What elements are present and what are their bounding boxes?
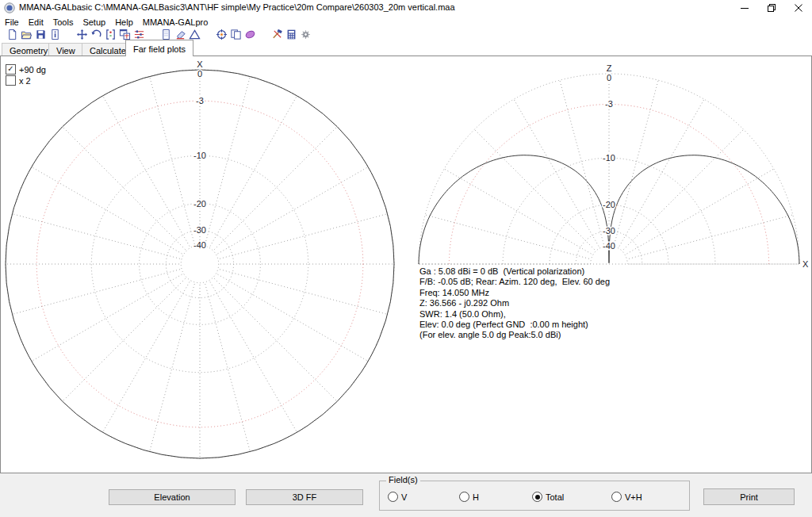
tab-view[interactable]: View [48, 43, 83, 56]
radio-total[interactable]: Total [532, 492, 564, 502]
radio-label: V [401, 492, 407, 502]
elevation-polar-chart: 0-3-10-20-30-40ZX [419, 63, 809, 269]
ring-db-label: -10 [193, 151, 206, 160]
wire-edit-icon[interactable] [103, 29, 117, 41]
stats-line: (For elev. angle 5.0 dg Peak:5.0 dBi) [419, 330, 610, 340]
rotate-icon[interactable] [89, 29, 103, 41]
restore-button[interactable] [758, 0, 785, 16]
menu-mmana-galpro[interactable]: MMANA-GALpro [143, 17, 215, 27]
far-field-plot-panel: 0-3-10-20-30-40XY0-3-10-20-30-40ZX ✓+90 … [0, 56, 812, 473]
radio-circle[interactable] [388, 492, 398, 502]
ring-db-label: -40 [193, 240, 206, 250]
radio-h[interactable]: H [459, 492, 479, 502]
tools-icon[interactable] [270, 29, 284, 41]
stats-line: Z: 36.566 - j0.292 Ohm [419, 298, 610, 308]
move-icon[interactable] [75, 29, 89, 41]
gear-icon[interactable] [298, 29, 312, 41]
stats-line: Elev: 0.0 deg (Perfect GND :0.00 m heigh… [419, 320, 610, 330]
radio-circle[interactable] [532, 492, 542, 502]
radio-label: H [473, 492, 479, 502]
stats-line: F/B: -0.05 dB; Rear: Azim. 120 deg, Elev… [419, 277, 610, 287]
toolbar-group [5, 29, 62, 41]
radio-label: Total [546, 492, 564, 502]
elevation-pattern-lobe-right [609, 155, 799, 264]
toolbar-group [270, 29, 312, 41]
plot-ellipse-icon[interactable] [243, 29, 257, 41]
ring-db-label: -30 [603, 226, 615, 236]
axis-label-z: Z [607, 63, 612, 73]
save-icon[interactable] [33, 29, 48, 41]
new-file-icon[interactable] [5, 29, 19, 41]
radio-circle[interactable] [611, 492, 622, 502]
fields-groupbox-label: Field(s) [386, 475, 420, 484]
radio-v-h[interactable]: V+H [611, 492, 642, 502]
radio-label: V+H [625, 492, 642, 502]
ring-db-label: 0 [197, 69, 202, 79]
menu-edit[interactable]: Edit [29, 17, 50, 27]
tab-far-field-plots[interactable]: Far field plots [125, 40, 193, 56]
menu-help[interactable]: Help [115, 17, 140, 27]
ring-db-label: -20 [193, 199, 206, 209]
elevation-pattern-lobe-left [419, 155, 609, 264]
axis-label-x: X [197, 59, 203, 69]
ring-db-label: -40 [603, 241, 615, 251]
axis-label-y: Y [1, 259, 2, 269]
stats-line: Freq: 14.050 MHz [419, 288, 610, 298]
stats-line: SWR: 1.4 (50.0 Ohm), [419, 309, 610, 320]
fields-groupbox: Field(s) VHTotalV+H [379, 481, 690, 511]
far-field-charts: 0-3-10-20-30-40XY0-3-10-20-30-40ZX [1, 56, 810, 471]
menu-tools[interactable]: Tools [53, 17, 80, 27]
radio-v[interactable]: V [388, 492, 407, 502]
title-bar: MMANA-GALbasic C:\MMANA-GALBasic3\ANT\HF… [0, 0, 812, 16]
3d-ff-button[interactable]: 3D FF [246, 489, 363, 505]
ring-db-label: 0 [607, 73, 611, 82]
menu-setup[interactable]: Setup [82, 17, 112, 27]
radio-circle[interactable] [459, 492, 469, 502]
ring-db-label: -3 [196, 96, 204, 105]
tab-bar: GeometryViewCalculateFar field plots [0, 41, 812, 56]
open-file-icon[interactable] [19, 29, 33, 41]
minimize-button[interactable] [731, 0, 758, 16]
checkbox-x-2[interactable] [6, 75, 16, 86]
menu-bar: FileEditToolsSetupHelpMMANA-GALpro [0, 16, 812, 28]
ring-db-label: -10 [603, 153, 615, 163]
elevation-button[interactable]: Elevation [109, 489, 236, 505]
target-icon[interactable] [214, 29, 228, 41]
info-icon[interactable] [48, 29, 62, 41]
azimuth-polar-chart: 0-3-10-20-30-40XY [1, 59, 394, 458]
axis-label-x: X [802, 259, 809, 269]
window-title: MMANA-GALbasic C:\MMANA-GALBasic3\ANT\HF… [19, 2, 455, 12]
calculator-icon[interactable] [284, 29, 298, 41]
antenna-stats: Ga : 5.08 dBi = 0 dB (Vertical polarizat… [419, 266, 610, 341]
checkbox-label: +90 dg [19, 65, 46, 75]
checkbox-row: x 2 [6, 75, 31, 86]
app-logo-icon [4, 2, 15, 13]
toolbar [0, 28, 812, 41]
window-controls [731, 0, 812, 16]
ring-db-label: -20 [603, 200, 615, 209]
ring-db-label: -30 [193, 225, 206, 235]
checkbox--90-dg[interactable]: ✓ [6, 64, 16, 75]
checkbox-row: ✓+90 dg [6, 64, 46, 75]
stats-line: Ga : 5.08 dBi = 0 dB (Vertical polarizat… [419, 266, 610, 277]
print-button[interactable]: Print [703, 488, 795, 505]
menu-file[interactable]: File [5, 17, 25, 27]
ring-db-label: -3 [605, 99, 613, 109]
copy-icon[interactable] [228, 29, 243, 41]
toolbar-group [214, 29, 257, 41]
checkbox-label: x 2 [19, 76, 31, 86]
bottom-control-bar: Elevation 3D FF Field(s) VHTotalV+H Prin… [0, 473, 812, 517]
close-button[interactable] [785, 0, 812, 16]
